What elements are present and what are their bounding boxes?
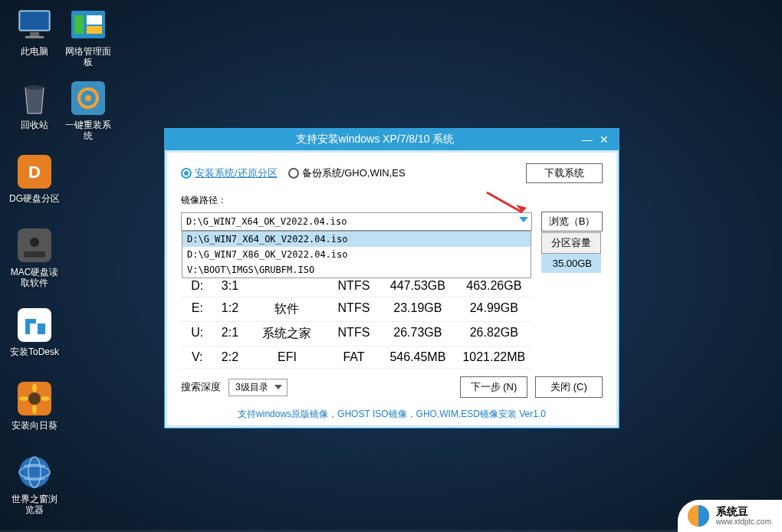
download-system-button[interactable]: 下载系统 — [526, 163, 603, 183]
radio-install-restore[interactable]: 安装系统/还原分区 — [181, 166, 278, 180]
svg-rect-3 — [25, 36, 44, 38]
window-title: 支持安装windows XP/7/8/10 系统 — [171, 133, 579, 146]
mac-disk-icon — [16, 227, 53, 264]
table-header-partial: 分区容量 35.00GB — [541, 232, 601, 273]
dropdown-option[interactable]: D:\G_WIN7_X64_OK_V2022.04.iso — [182, 232, 531, 247]
svg-rect-17 — [18, 308, 51, 342]
svg-rect-18 — [38, 323, 45, 334]
desktop-icon-sunflower[interactable]: 安装向日葵 — [8, 380, 61, 431]
svg-point-15 — [30, 238, 39, 247]
desktop-icon-recycle-bin[interactable]: 回收站 — [8, 80, 61, 130]
svg-rect-6 — [87, 15, 102, 25]
desktop-icon-this-pc[interactable]: 此电脑 — [8, 6, 61, 57]
watermark: 系统豆 www.xtdptc.com — [678, 500, 782, 532]
combo-dropdown: D:\G_WIN7_X64_OK_V2022.04.iso D:\G_WIN7_… — [182, 231, 531, 278]
svg-point-22 — [32, 405, 37, 414]
desktop-icon-browser[interactable]: 世界之窗浏览器 — [8, 454, 61, 516]
table-row[interactable]: U: 2:1 系统之家 NTFS 26.73GB 26.82GB — [181, 322, 532, 346]
table-row[interactable]: D: 3:1 NTFS 447.53GB 463.26GB — [181, 275, 532, 297]
svg-rect-16 — [24, 251, 45, 258]
image-path-label: 镜像路径： — [181, 194, 603, 207]
dropdown-option[interactable]: D:\G_WIN7_X86_OK_V2022.04.iso — [182, 247, 531, 262]
recycle-bin-icon — [16, 80, 53, 117]
svg-point-8 — [25, 85, 44, 90]
logo-icon — [687, 504, 710, 527]
radio-backup[interactable]: 备份系统/GHO,WIN,ES — [288, 166, 406, 180]
taskbar[interactable] — [0, 529, 782, 532]
svg-point-11 — [85, 95, 91, 101]
table-row[interactable]: V: 2:2 EFI FAT 546.45MB 1021.22MB — [181, 346, 532, 369]
svg-rect-1 — [21, 12, 48, 29]
desktop-icon-todesk[interactable]: 安装ToDesk — [8, 307, 61, 357]
titlebar[interactable]: 支持安装windows XP/7/8/10 系统 — ✕ — [165, 129, 619, 150]
svg-rect-5 — [74, 15, 84, 34]
minimize-button[interactable]: — — [579, 133, 596, 146]
svg-point-20 — [28, 392, 41, 405]
network-panel-icon — [70, 6, 107, 43]
table-row[interactable]: E: 1:2 软件 NTFS 23.19GB 24.99GB — [181, 297, 532, 322]
footer-text: 支持windows原版镜像，GHOST ISO镜像，GHO,WIM,ESD镜像安… — [167, 408, 616, 421]
combo-value: D:\G_WIN7_X64_OK_V2022.04.iso — [186, 216, 347, 227]
svg-point-23 — [19, 396, 28, 401]
desktop-icon-network-panel[interactable]: 网络管理面板 — [61, 6, 115, 68]
svg-point-25 — [19, 457, 50, 488]
chevron-down-icon[interactable] — [519, 217, 528, 222]
desktop-icon-mac-disk[interactable]: MAC硬盘读取软件 — [8, 227, 61, 289]
svg-point-24 — [41, 396, 50, 401]
sunflower-icon — [16, 380, 53, 417]
close-window-button[interactable]: 关闭 (C) — [535, 376, 603, 398]
svg-rect-2 — [30, 32, 39, 36]
todesk-icon — [16, 307, 53, 343]
close-button[interactable]: ✕ — [596, 133, 613, 146]
image-path-combo[interactable]: D:\G_WIN7_X64_OK_V2022.04.iso D:\G_WIN7_… — [181, 212, 532, 231]
search-depth-label: 搜索深度 — [181, 380, 221, 394]
globe-icon — [16, 454, 53, 491]
installer-window: 支持安装windows XP/7/8/10 系统 — ✕ 安装系统/还原分区 备… — [164, 128, 619, 429]
desktop-icon-dg-disk[interactable]: D DG硬盘分区 — [8, 153, 61, 204]
dropdown-option[interactable]: V:\BOOT\IMGS\GRUBFM.ISO — [182, 262, 531, 277]
monitor-icon — [16, 6, 53, 43]
reinstall-icon — [70, 80, 107, 117]
next-button[interactable]: 下一步 (N) — [460, 376, 527, 398]
search-depth-select[interactable]: 3级目录 — [228, 379, 288, 396]
disk-partition-icon: D — [16, 153, 53, 190]
browse-button[interactable]: 浏览（B） — [541, 212, 603, 232]
svg-point-21 — [32, 383, 37, 392]
svg-text:D: D — [28, 163, 41, 182]
svg-rect-7 — [87, 26, 102, 34]
desktop-icon-reinstall[interactable]: 一键重装系统 — [61, 80, 115, 142]
